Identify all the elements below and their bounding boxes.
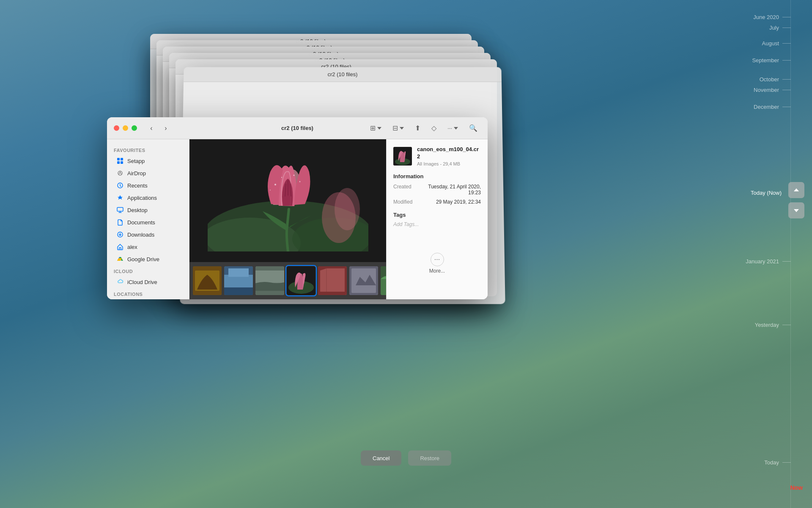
more-icon: ···	[431, 253, 444, 266]
finder-nav: ‹ ›	[145, 122, 172, 134]
sidebar-item-setapp[interactable]: Setapp	[110, 155, 187, 167]
info-tags-title: Tags	[393, 212, 481, 218]
sidebar-item-documents[interactable]: Documents	[110, 216, 187, 228]
airdrop-label: AirDrop	[127, 170, 146, 177]
forward-button[interactable]: ›	[160, 122, 172, 134]
finder-main	[189, 139, 386, 299]
back-button[interactable]: ‹	[145, 122, 157, 134]
thumbnail-4-selected[interactable]	[287, 266, 315, 295]
restore-button[interactable]: Restore	[408, 450, 451, 466]
svg-rect-6	[117, 207, 123, 211]
sidebar-item-desktop[interactable]: Desktop	[110, 204, 187, 216]
finder-window: ‹ › cr2 (10 files) ⊞ ⊟ ⬆ ◇ ···	[107, 117, 488, 299]
now-label: Now	[790, 484, 803, 491]
thumbnail-6[interactable]	[349, 266, 378, 295]
sidebar-section-locations: Locations	[107, 288, 189, 298]
tag-button[interactable]: ◇	[428, 122, 440, 134]
downloads-icon	[116, 231, 124, 238]
documents-icon	[116, 218, 124, 226]
cancel-button[interactable]: Cancel	[361, 450, 401, 466]
airdrop-icon	[116, 169, 124, 177]
applications-icon	[116, 194, 124, 202]
image-preview	[189, 139, 386, 262]
applications-label: Applications	[127, 195, 157, 201]
bottom-action-bar: Cancel Restore	[361, 450, 451, 466]
svg-rect-37	[381, 279, 386, 295]
google-drive-icon	[116, 255, 124, 263]
more-label: More...	[429, 268, 445, 274]
sidebar-item-icloud-drive[interactable]: iCloud Drive	[110, 276, 187, 288]
sidebar-item-google-drive[interactable]: Google Drive	[110, 253, 187, 265]
info-tags-section: Tags Add Tags...	[393, 212, 481, 227]
today-now-label: Today (Now)	[751, 190, 782, 196]
more-actions-button[interactable]: ···	[444, 123, 461, 133]
svg-rect-0	[117, 158, 120, 160]
svg-point-18	[293, 175, 294, 176]
minimize-button[interactable]	[123, 125, 128, 131]
month-today: Today	[764, 459, 791, 466]
thumbnail-2[interactable]	[224, 266, 253, 295]
svg-point-14	[335, 188, 360, 230]
downloads-label: Downloads	[127, 232, 154, 238]
finder-info-panel: canon_eos_m100_04.cr2 All Images - 29,4 …	[386, 139, 488, 299]
finder-window-title: cr2 (10 files)	[281, 125, 313, 131]
search-button[interactable]: 🔍	[466, 122, 481, 134]
finder-content: canon_eos_m100_04.cr2 All Images - 29,4 …	[189, 139, 488, 299]
svg-rect-1	[121, 158, 123, 160]
info-created-value: Tuesday, 21 April 2020, 19:23	[422, 184, 481, 196]
add-tags-input[interactable]: Add Tags...	[393, 221, 481, 227]
more-button[interactable]: ··· More...	[393, 253, 481, 274]
svg-point-19	[270, 190, 271, 190]
month-yesterday: Yesterday	[755, 322, 791, 328]
info-modified-label: Modified	[393, 199, 412, 205]
finder-titlebar: ‹ › cr2 (10 files) ⊞ ⊟ ⬆ ◇ ···	[107, 117, 488, 139]
setapp-icon	[116, 157, 124, 165]
svg-rect-3	[121, 161, 123, 164]
info-filename: canon_eos_m100_04.cr2	[417, 146, 481, 160]
thumbnail-1[interactable]	[193, 266, 222, 295]
icloud-drive-label: iCloud Drive	[127, 279, 157, 285]
sidebar-item-recents[interactable]: Recents	[110, 179, 187, 191]
info-modified-row: Modified 29 May 2019, 22:34	[393, 199, 481, 205]
time-machine-nav-up[interactable]	[788, 182, 804, 198]
month-november: November	[754, 87, 791, 93]
grid-view-button[interactable]: ⊟	[389, 122, 407, 134]
month-july: July	[769, 25, 791, 31]
month-december: December	[754, 104, 791, 110]
thumbnail-7[interactable]	[381, 266, 386, 295]
close-button[interactable]	[114, 125, 119, 131]
desktop-icon	[116, 206, 124, 214]
grid-icon: ⊟	[392, 124, 398, 132]
finder-body: Favourites Setapp AirDrop Recents	[107, 139, 488, 299]
more-icon: ···	[447, 125, 452, 131]
share-button[interactable]: ⬆	[411, 122, 424, 134]
setapp-label: Setapp	[127, 158, 145, 164]
sidebar-item-applications[interactable]: Applications	[110, 192, 187, 204]
time-machine-nav-down[interactable]	[788, 202, 804, 218]
desktop-label: Desktop	[127, 207, 148, 213]
sidebar-item-alex[interactable]: alex	[110, 241, 187, 253]
share-icon: ⬆	[415, 124, 420, 132]
info-section-information: Information	[393, 173, 481, 179]
chevron-down-icon	[377, 127, 381, 130]
home-icon	[116, 243, 124, 251]
chevron-down-icon-2	[400, 127, 404, 130]
thumbnail-5[interactable]	[318, 266, 347, 295]
info-thumbnail	[393, 147, 412, 166]
month-october: October	[760, 76, 791, 83]
sidebar-item-downloads[interactable]: Downloads	[110, 229, 187, 240]
documents-label: Documents	[127, 219, 155, 226]
maximize-button[interactable]	[132, 125, 137, 131]
google-drive-label: Google Drive	[127, 256, 159, 262]
view-toggle-button[interactable]: ⊞	[367, 122, 385, 134]
recents-icon	[116, 182, 124, 189]
finder-sidebar: Favourites Setapp AirDrop Recents	[107, 139, 189, 299]
thumbnail-3[interactable]	[255, 266, 284, 295]
svg-rect-28	[228, 268, 249, 277]
tulip-image	[208, 150, 368, 251]
sidebar-item-airdrop[interactable]: AirDrop	[110, 167, 187, 179]
sidebar-item-macbook[interactable]: Alex's MacBook Pro	[110, 299, 187, 299]
sidebar-section-favourites: Favourites	[107, 144, 189, 155]
month-september: September	[752, 57, 791, 64]
sidebar-section-icloud: iCloud	[107, 265, 189, 276]
